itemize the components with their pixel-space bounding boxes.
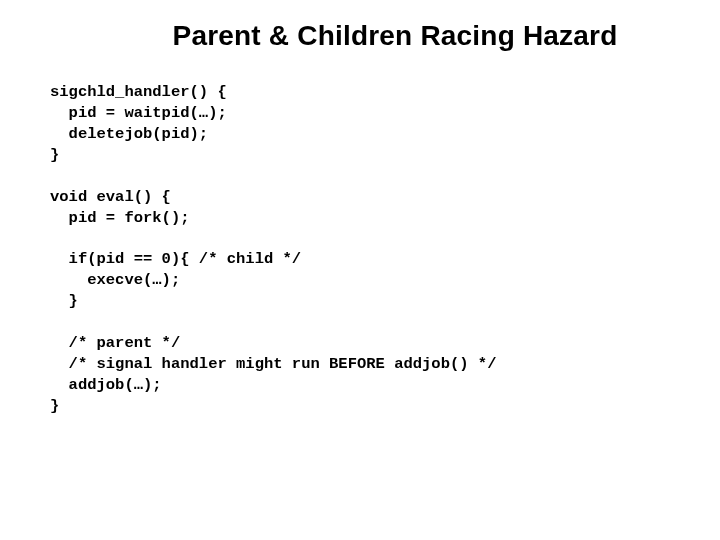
slide: Parent & Children Racing Hazard sigchld_…: [0, 0, 720, 540]
slide-title: Parent & Children Racing Hazard: [110, 20, 680, 52]
code-block: sigchld_handler() { pid = waitpid(…); de…: [50, 82, 680, 417]
